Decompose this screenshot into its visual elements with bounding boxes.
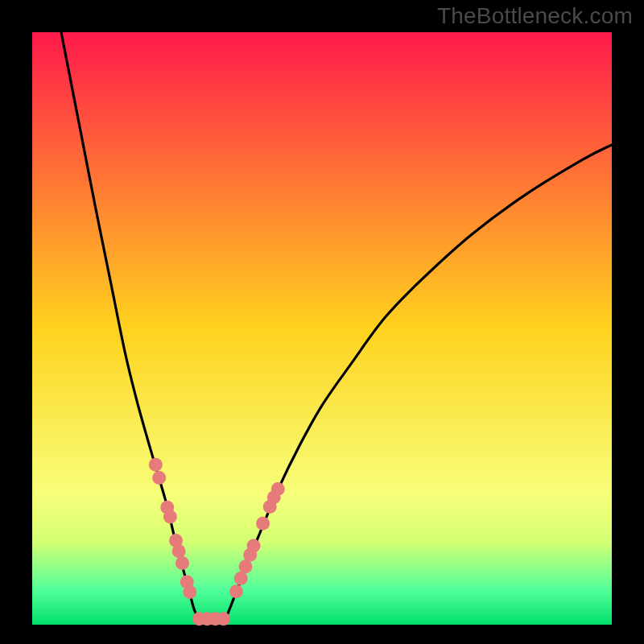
markers-floor-markers	[192, 612, 230, 625]
marker-dot	[229, 584, 243, 598]
chart-frame: TheBottleneck.com	[0, 0, 644, 644]
marker-dot	[163, 510, 177, 524]
watermark-text: TheBottleneck.com	[437, 3, 633, 29]
marker-dot	[234, 572, 248, 585]
marker-dot	[175, 556, 189, 570]
marker-dot	[271, 482, 285, 496]
marker-dot	[152, 471, 166, 485]
marker-dot	[217, 612, 230, 625]
marker-dot	[247, 539, 261, 553]
bottleneck-chart	[0, 0, 644, 644]
marker-dot	[256, 517, 270, 530]
marker-dot	[172, 544, 186, 558]
marker-dot	[149, 458, 163, 472]
marker-dot	[183, 585, 196, 599]
marker-dot	[238, 559, 252, 573]
